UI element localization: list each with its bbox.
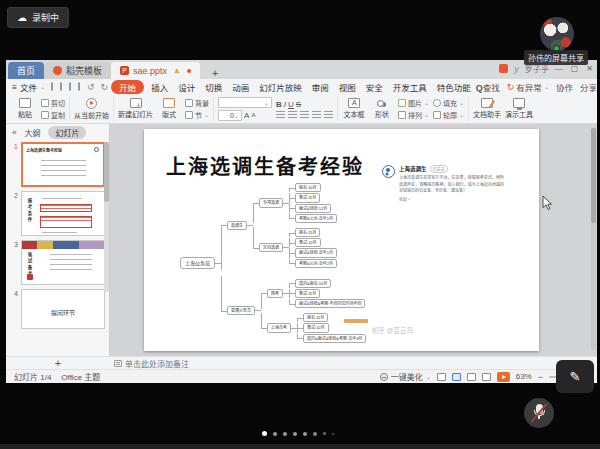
font-name-combo[interactable]: ⌄ [218,97,272,108]
arrange-label: 排列 [408,110,422,120]
fill-button[interactable]: 填充⌄ [433,98,464,108]
menu-item-开始[interactable]: 开始 [111,80,144,94]
slide-title[interactable]: 上海选调生备考经验 [166,151,364,180]
bullet-list-icon[interactable] [276,111,285,118]
new-slide-label: 新建幻灯片 [118,109,153,119]
panel-tab-slides[interactable]: 幻灯片 [48,126,86,139]
tab-docer-templates[interactable]: 稻壳模板 [44,62,111,79]
slide-thumbnail-4[interactable]: 提问环节 [21,289,105,329]
underline-button[interactable]: U [288,100,294,109]
collab-button[interactable]: 协作 [556,81,573,93]
decrease-font-icon[interactable]: A [251,112,255,118]
italic-button[interactable]: I [284,100,286,109]
find-button[interactable]: Q查找 [476,81,500,93]
menu-item-动画[interactable]: 动画 [227,80,254,94]
slide-canvas[interactable]: 上海选调生备考经验 上海选调生 已关注 上海市选调生招录官方平台，在这里，获取报… [144,129,539,351]
redo-icon[interactable]: ↻ [101,82,109,92]
slide-image-account-card[interactable]: 上海选调生 已关注 上海市选调生招录官方平台，在这里，获取报考资讯，倾听选调声音… [382,165,504,202]
play-from-current-button[interactable]: 从当前开始 [74,98,109,120]
new-tab-button[interactable]: + [208,67,222,79]
panel-tab-outline[interactable]: 大纲 [24,127,40,138]
current-view-button[interactable] [452,373,461,381]
panel-collapse-button[interactable]: « [12,128,16,137]
mindmap-node: 上海公务员 [180,257,215,270]
add-slide-button[interactable]: + [6,358,110,369]
slide-thumbnail-2[interactable]: 报考条件 [21,191,105,236]
menu-item-安全[interactable]: 安全 [361,80,388,94]
minimize-button[interactable]: — [555,64,563,73]
mic-muted-button[interactable] [524,398,554,428]
strikethrough-button[interactable]: S [296,100,301,109]
textbox-button[interactable]: 文本框 [342,98,366,119]
close-button[interactable]: ✕ [586,64,593,73]
slide-thumbnail-3[interactable]: 笔试备考 [21,240,105,285]
arrange-button[interactable]: 排列⌄ [398,110,429,120]
font-size-combo[interactable]: 0⌄ [218,110,242,121]
shape-button[interactable]: 形状 [370,98,394,119]
slide-thumbnail-1[interactable]: 上海选调生备考经验 [21,142,105,187]
theme-name[interactable]: Office 主题 [61,371,100,382]
zoom-percent[interactable]: 63% [516,372,532,381]
section-button[interactable]: 节⌄ [185,110,209,120]
paste-button[interactable]: 粘贴 [13,98,37,119]
increase-font-icon[interactable]: A [244,111,249,120]
menu-item-设计[interactable]: 设计 [173,80,200,94]
maximize-button[interactable]: ▢ [571,64,579,73]
layout-icon [163,98,175,108]
cut-button[interactable]: 剪切 [41,98,65,108]
present-tools-button[interactable]: 演示工具 [505,98,533,119]
menu-item-特色功能[interactable]: 特色功能 [432,80,476,94]
present-tools-label: 演示工具 [505,109,533,119]
cut-label: 剪切 [51,98,65,108]
panel-scrollbar[interactable] [104,142,109,292]
file-menu[interactable]: ≡ 文件 ⌄ [12,81,45,93]
align-left-icon[interactable] [300,111,309,118]
doc-assistant-button[interactable]: 文档助手 [473,98,501,119]
numbered-list-icon[interactable] [288,111,297,118]
print-icon[interactable] [69,82,71,91]
fill-icon [433,99,441,107]
outline-button[interactable]: 轮廓⌄ [433,110,464,120]
slideshow-button[interactable] [497,372,510,382]
bold-button[interactable]: B [276,100,282,109]
account-avatar-icon: y [514,64,519,74]
beautify-button[interactable]: 一键美化 ⌄ [380,371,431,382]
picture-button[interactable]: 图片⌄ [398,98,429,108]
reading-view-button[interactable] [482,373,491,381]
recording-indicator[interactable]: ☁ 录制中 [7,7,69,28]
new-slide-button[interactable]: 新建幻灯片 [118,98,153,119]
window-tab-bar: 首页 稻壳模板 P sae.pptx ▲ + y 罗子乎 — ▢ ✕ [6,60,597,79]
menu-item-切换[interactable]: 切换 [200,80,227,94]
layout-button[interactable]: 版式 [157,98,181,119]
mindmap-node: 笔试:11月 [295,289,320,298]
zoom-out-button[interactable]: − [538,372,543,382]
menu-item-插入[interactable]: 插入 [146,80,173,94]
mindmap-node: 选岗&面试&体检&考察:次年3月 [303,334,366,343]
menu-item-幻灯片放映[interactable]: 幻灯片放映 [254,80,307,94]
output-icon[interactable] [60,82,62,91]
mindmap-node: 定向选调 [259,243,283,252]
menu-item-开发工具[interactable]: 开发工具 [388,80,432,94]
mindmap-diagram[interactable]: 上海公务员选调生专项选调报名:10月笔试:11月面试&体检:12月考察&公示:次… [180,193,366,333]
background-button[interactable]: 背景 [185,98,209,108]
main-scrollbar[interactable] [591,128,596,350]
share-button[interactable]: 分享 [580,81,597,93]
annotation-pen-button[interactable]: ✎ [556,360,594,393]
sync-status-button[interactable]: ↻ 有异常 ⌄ [507,81,549,93]
tab-document[interactable]: P sae.pptx ▲ [111,62,200,79]
taskbar-edge [0,444,600,449]
undo-icon[interactable]: ↺ [87,82,95,92]
preview-icon[interactable] [78,82,80,91]
member-badge-icon[interactable] [499,64,508,73]
copy-button[interactable]: 复制 [41,110,65,120]
slide-sorter-button[interactable] [467,373,476,381]
normal-view-button[interactable] [437,373,446,381]
line-spacing-icon[interactable] [324,111,333,118]
save-icon[interactable] [51,82,53,91]
mic-icon-stem [538,416,540,419]
tab-home[interactable]: 首页 [8,62,44,79]
notes-hint[interactable]: 单击此处添加备注 [114,358,189,369]
menu-item-视图[interactable]: 视图 [334,80,361,94]
menu-item-审阅[interactable]: 审阅 [307,80,334,94]
align-center-icon[interactable] [312,111,321,118]
